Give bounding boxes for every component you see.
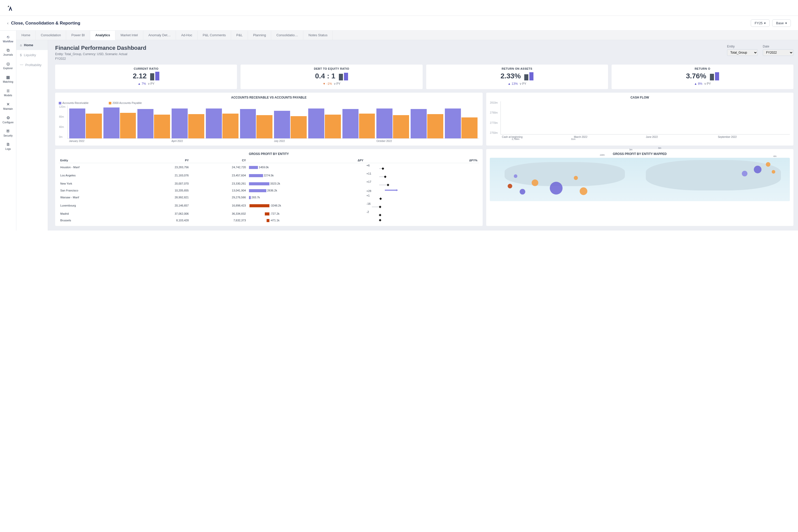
subnav-icon: $ (20, 53, 22, 57)
table-header: Entity (59, 158, 133, 163)
app-logo (0, 0, 798, 16)
side-rail: ⎋Workflow⧉Journals◎Explorer▦Matching≣Mod… (0, 31, 16, 230)
rail-item-workflow[interactable]: ⎋Workflow (0, 32, 16, 45)
tab-consolidatio-[interactable]: Consolidatio… (271, 31, 303, 40)
rail-item-models[interactable]: ≣Models (0, 86, 16, 99)
subnav-label: Home (24, 43, 33, 47)
table-row: Luxembourg20,146,65716,898,423 -3248.2k-… (59, 202, 479, 210)
rail-icon: ⧉ (7, 48, 10, 53)
table-header: CY (190, 158, 247, 163)
rail-item-explorer[interactable]: ◎Explorer (0, 59, 16, 72)
chevron-down-icon: ▾ (785, 21, 787, 25)
cy-cell: 23,457,604 (190, 171, 247, 179)
py-cell: 20,146,657 (133, 202, 190, 210)
tab-analytics[interactable]: Analytics (90, 31, 115, 40)
rail-item-configure[interactable]: ⚙Configure (0, 113, 16, 126)
header-bar: ‹ Close, Consolidation & Reporting FY25 … (0, 16, 798, 31)
bar-group (445, 109, 478, 138)
dashboard-canvas: Financial Performance Dashboard Entity: … (48, 40, 798, 230)
py-cell: 10,205,655 (133, 188, 190, 193)
kpi-sparkbars (150, 72, 159, 80)
table-row: Madrid37,062,00636,334,832 -727.2k-2 (59, 210, 479, 218)
bar-group (342, 109, 375, 138)
kpi-value: 2.12 (133, 72, 147, 80)
period-picker[interactable]: FY25 ▾ (751, 19, 769, 27)
tab-notes-status[interactable]: Notes Status (303, 31, 333, 40)
gross-profit-map[interactable] (490, 158, 790, 201)
cash-flow-panel: CASH FLOW 2810m2790m2770m2750m 2,798m-31… (486, 93, 793, 146)
date-filter[interactable]: FY2022 (763, 49, 793, 56)
gross-profit-table: EntityPYCYΔPYΔPY%Houston - Manf23,283,75… (59, 158, 479, 223)
date-filter-label: Date (763, 45, 793, 48)
table-header: ΔPY% (365, 158, 479, 163)
subnav-profitability[interactable]: 〰Profitability (16, 60, 48, 70)
ar-ap-title: ACCOUNTS RECEIVABLE VS ACCOUNTS PAYABLE (59, 96, 479, 99)
dashboard-subtitle: Entity: Total_Group, Currency: USD, Scen… (55, 52, 146, 56)
kpi-delta: ▲ 13%v PY (430, 82, 604, 86)
tab-p-l-comments[interactable]: P&L Comments (198, 31, 231, 40)
scenario-picker[interactable]: Base ▾ (772, 19, 791, 27)
tab-anomaly-det-[interactable]: Anomaly Det… (143, 31, 176, 40)
bar-group (172, 109, 204, 138)
bar-group (274, 111, 307, 138)
svg-marker-1 (396, 189, 397, 191)
rail-label: Explorer (3, 67, 13, 70)
rail-item-matching[interactable]: ▦Matching (0, 72, 16, 86)
rail-icon: ▦ (6, 75, 10, 80)
chevron-down-icon: ▾ (764, 21, 766, 25)
dpy-cell: -471.1k (247, 218, 365, 223)
rail-item-journals[interactable]: ⧉Journals (0, 45, 16, 59)
bar-group (240, 109, 273, 138)
rail-item-logs[interactable]: 🗎Logs (0, 140, 16, 153)
tab-consolidation[interactable]: Consolidation (36, 31, 67, 40)
subnav-icon: ⌂ (20, 43, 22, 47)
tab-home[interactable]: Home (16, 31, 36, 40)
back-chevron-icon[interactable]: ‹ (7, 21, 8, 25)
dpy-cell: 3323.2k (247, 179, 365, 188)
entity-filter[interactable]: Total_Group (727, 49, 758, 56)
ar-ap-chart: 120m80m40m0m (68, 106, 479, 139)
bar-group (411, 109, 443, 138)
entity-cell: Houston - Manf (59, 163, 133, 172)
entity-cell: San Francisco (59, 188, 133, 193)
dpct-cell (365, 218, 479, 223)
kpi-label: RETURN ON ASSETS (430, 67, 604, 70)
rail-icon: 🗎 (6, 142, 10, 147)
rail-label: Logs (5, 148, 11, 150)
subnav-liquidity[interactable]: $Liquidity (16, 50, 48, 60)
entity-cell: Los Angeles (59, 171, 133, 179)
kpi-label: DEBT TO EQUITY RATIO (245, 67, 418, 70)
gross-profit-map-title: GROSS PROFIT BY ENTITY MAPPED (490, 152, 790, 156)
kpi-delta: ▼ -1%v PY (245, 82, 418, 86)
kpi-card: DEBT TO EQUITY RATIO0.4 : 1▼ -1%v PY (241, 64, 422, 89)
bar-group (376, 109, 409, 138)
dpy-cell: 2836.2k (247, 188, 365, 193)
rail-item-maintain[interactable]: ✕Maintain (0, 99, 16, 113)
rail-item-security[interactable]: ⛨Security (0, 126, 16, 140)
dpy-cell: 1459.0k (247, 163, 365, 172)
tab-market-intel[interactable]: Market Intel (115, 31, 143, 40)
dashboard-period: FY2022 (55, 57, 146, 60)
table-row: San Francisco10,205,65513,041,904 2836.2… (59, 188, 479, 193)
tab-power-bi[interactable]: Power BI (66, 31, 90, 40)
tab-p-l[interactable]: P&L (231, 31, 248, 40)
kpi-value: 3.76% (686, 72, 706, 80)
gross-profit-panel: GROSS PROFIT BY ENTITY EntityPYCYΔPYΔPY%… (55, 149, 483, 226)
kpi-card: RETURN O3.76%▲ 8%v PY (612, 64, 793, 89)
py-cell: 21,183,076 (133, 171, 190, 179)
rail-label: Configure (3, 121, 14, 124)
rail-label: Maintain (3, 108, 13, 110)
tab-ad-hoc[interactable]: Ad-Hoc (176, 31, 198, 40)
cy-cell: 29,276,566 (190, 193, 247, 202)
py-cell: 20,007,070 (133, 179, 190, 188)
cy-cell: 13,041,904 (190, 188, 247, 193)
subnav-label: Profitability (25, 63, 42, 67)
entity-filter-label: Entity (727, 45, 758, 48)
bar-group (206, 109, 239, 138)
bar-group (104, 108, 136, 138)
subnav-home[interactable]: ⌂Home (16, 40, 48, 50)
kpi-delta: ▲ 8%v PY (616, 82, 789, 86)
subnav: ⌂Home$Liquidity〰Profitability (16, 40, 48, 230)
rail-icon: ⎋ (7, 35, 10, 39)
tab-planning[interactable]: Planning (248, 31, 272, 40)
